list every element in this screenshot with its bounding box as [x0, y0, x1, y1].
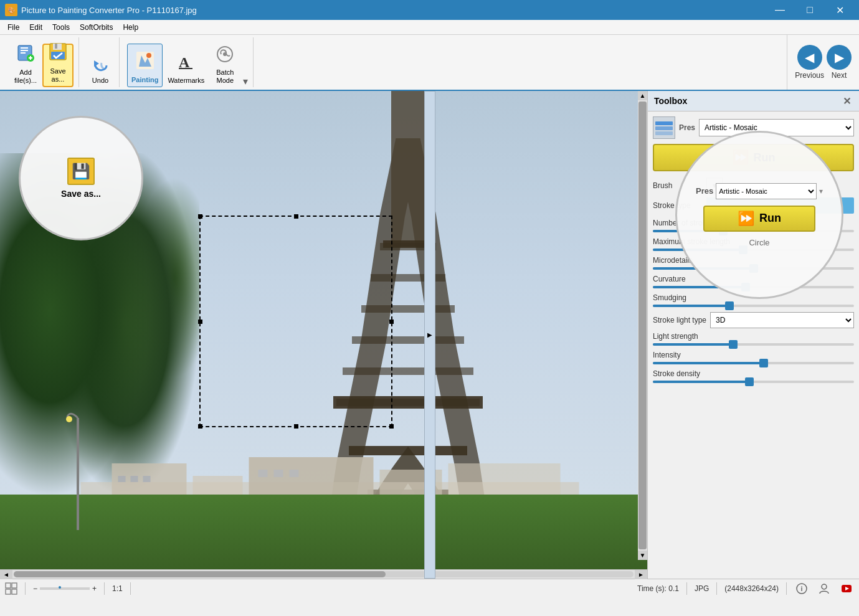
slider-label-3: Curvature: [653, 275, 854, 283]
slider-track-6[interactable]: [653, 362, 854, 364]
vertical-scroll-thumb[interactable]: [638, 102, 647, 549]
info-icon-button[interactable]: i: [794, 581, 809, 596]
slider-fill-7: [653, 381, 749, 383]
painting-button[interactable]: Painting: [127, 44, 163, 87]
slider-row-5: [653, 343, 854, 346]
watermarks-button[interactable]: A Watermarks: [164, 44, 208, 87]
zoom-slider-thumb[interactable]: [59, 586, 61, 589]
run-button[interactable]: ⏩ Run: [653, 144, 854, 171]
slider-thumb-2[interactable]: [749, 264, 758, 273]
zoom-slider[interactable]: [40, 587, 90, 590]
svg-marker-8: [94, 60, 99, 67]
menu-tools[interactable]: Tools: [47, 20, 75, 34]
slider-track-3[interactable]: [653, 286, 854, 288]
menu-help[interactable]: Help: [118, 20, 143, 34]
run-label: Run: [754, 151, 776, 164]
slider-thumb-6[interactable]: [759, 359, 768, 367]
slider-row-2: [653, 267, 854, 270]
slider-track-0[interactable]: [653, 230, 854, 232]
undo-button[interactable]: Undo: [87, 44, 114, 87]
svg-rect-30: [274, 470, 283, 477]
slider-track-2[interactable]: [653, 267, 854, 270]
slider-row-3: [653, 286, 854, 288]
painting-label: Painting: [131, 76, 158, 84]
slider-label-0: Number of stroke sizes: [653, 219, 854, 227]
add-files-icon: [16, 43, 36, 67]
svg-rect-6: [55, 44, 57, 49]
save-as-magnifier-content: 💾 Save as...: [61, 158, 101, 199]
street-lamp: [65, 405, 90, 532]
slider-label-1: Maximum stroke length: [653, 237, 854, 246]
collapse-toolbox-button[interactable]: ▶: [424, 91, 435, 579]
scroll-down-button[interactable]: ▼: [638, 551, 647, 560]
slider-thumb-5[interactable]: [729, 340, 738, 349]
save-as-icon: [48, 42, 68, 66]
slider-track-1[interactable]: [653, 249, 854, 251]
scroll-up-button[interactable]: ▲: [638, 91, 647, 100]
preset-row: Pres Artistic - Mosaic: [653, 116, 854, 139]
svg-point-10: [146, 53, 151, 58]
batch-mode-label: BatchMode: [216, 69, 234, 85]
title-bar: 🎨 Picture to Painting Converter Pro - P1…: [0, 0, 859, 20]
status-divider-1: [25, 582, 26, 595]
svg-rect-40: [12, 589, 17, 594]
slider-fill-0: [653, 230, 723, 232]
maximize-button[interactable]: □: [795, 0, 824, 20]
time-label: Time (s): 0.1: [637, 584, 679, 593]
view-icon: [5, 582, 17, 595]
svg-rect-36: [655, 131, 673, 135]
batch-mode-button[interactable]: BatchMode: [209, 44, 240, 87]
menu-softorbits[interactable]: SoftOrbits: [75, 20, 118, 34]
stroke-light-type-select[interactable]: 3D: [710, 312, 854, 328]
zoom-control: − +: [33, 584, 97, 593]
next-button[interactable]: ▶: [827, 45, 852, 70]
scroll-right-button[interactable]: ►: [635, 570, 647, 579]
slider-track-7[interactable]: [653, 381, 854, 383]
stroke-light-type-label: Stroke light type: [653, 316, 706, 325]
canvas-wrapper: ▶: [0, 91, 647, 579]
add-files-button[interactable]: Addfile(s)...: [10, 44, 41, 87]
slider-thumb-1[interactable]: [739, 245, 747, 254]
stroke-light-type-row: Stroke light type 3D: [653, 312, 854, 328]
watermarks-label: Watermarks: [168, 77, 204, 85]
svg-text:i: i: [800, 585, 802, 592]
user-icon-button[interactable]: [817, 581, 832, 596]
save-icon-large: 💾: [67, 158, 95, 185]
social-icon-button[interactable]: [839, 581, 854, 596]
slider-track-5[interactable]: [653, 343, 854, 346]
toolbox-close-button[interactable]: ✕: [840, 95, 853, 107]
svg-rect-29: [259, 470, 268, 477]
ribbon-group-tools: Painting A Watermarks BatchMode ▾: [122, 37, 254, 87]
sliders-section: Number of stroke sizes Maximum stroke le…: [653, 219, 854, 383]
hscroll-thumb[interactable]: [14, 571, 386, 577]
zoom-out-icon[interactable]: −: [33, 584, 37, 593]
hscroll-track[interactable]: [14, 571, 634, 577]
status-divider-4: [686, 582, 687, 595]
slider-fill-5: [653, 343, 733, 346]
minimize-button[interactable]: —: [766, 0, 794, 20]
slider-thumb-3[interactable]: [741, 283, 750, 291]
menu-file[interactable]: File: [2, 20, 24, 34]
zoom-level: 1:1: [112, 584, 123, 593]
close-button[interactable]: ✕: [825, 0, 854, 20]
brush-dropdown-button[interactable]: ▾: [706, 178, 723, 194]
toolbox-panel: Toolbox ✕ Pres Artistic - Mosaic: [647, 91, 859, 579]
slider-thumb-4[interactable]: [725, 301, 734, 310]
menu-edit[interactable]: Edit: [24, 20, 47, 34]
slider-thumb-0[interactable]: [719, 227, 728, 235]
toolbox-header: Toolbox ✕: [648, 91, 859, 111]
vertical-scrollbar[interactable]: ▲ ▼: [638, 91, 647, 560]
svg-point-14: [223, 52, 227, 56]
previous-button[interactable]: ◀: [797, 45, 822, 70]
batch-dropdown-icon[interactable]: ▾: [243, 75, 248, 87]
run-arrow-icon: ⏩: [732, 149, 749, 166]
zoom-in-icon[interactable]: +: [92, 584, 97, 593]
preset-select[interactable]: Artistic - Mosaic: [699, 119, 854, 136]
save-as-button[interactable]: Saveas...: [42, 44, 74, 87]
slider-label-6: Intensity: [653, 351, 854, 359]
status-divider-6: [786, 582, 787, 595]
slider-track-4[interactable]: [653, 305, 854, 307]
scroll-left-button[interactable]: ◄: [0, 570, 12, 579]
horizontal-scrollbar[interactable]: ◄ ►: [0, 569, 647, 579]
slider-thumb-7[interactable]: [745, 377, 754, 386]
